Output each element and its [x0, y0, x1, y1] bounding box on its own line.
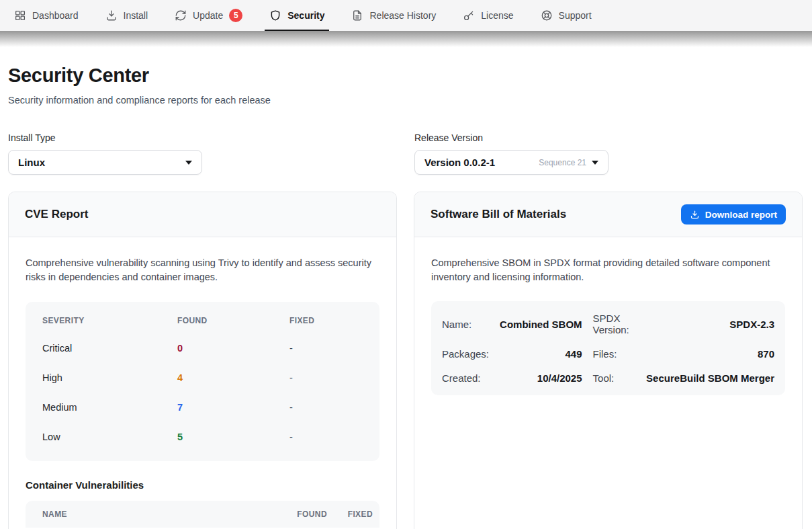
page-subtitle: Security information and compliance repo…: [8, 95, 803, 106]
tab-license[interactable]: License: [457, 0, 519, 31]
fixed-column-header: FIXED: [289, 316, 363, 325]
header-shadow: [0, 31, 812, 47]
tab-label: Support: [559, 10, 592, 21]
found-count: 7: [177, 402, 289, 413]
sbom-description: Comprehensive SBOM in SPDX format provid…: [431, 256, 785, 284]
sbom-detail-label: Files:: [593, 348, 636, 360]
install-type-label: Install Type: [8, 132, 202, 143]
fixed-count: -: [289, 432, 363, 442]
found-column-header: FOUND: [273, 510, 327, 519]
sbom-detail-label: Packages:: [442, 348, 489, 360]
tab-security[interactable]: Security: [263, 0, 330, 31]
sbom-detail-value: SPDX-2.3: [646, 319, 774, 330]
sbom-card-title: Software Bill of Materials: [431, 208, 566, 221]
sbom-detail-value: 870: [646, 348, 774, 360]
tab-update[interactable]: Update 5: [169, 0, 249, 31]
sbom-detail-label: Name:: [442, 319, 489, 330]
tab-label: Dashboard: [32, 10, 79, 21]
release-version-label: Release Version: [414, 132, 608, 143]
sbom-detail-label: Created:: [442, 372, 489, 384]
severity-row-medium: Medium 7 -: [26, 393, 379, 422]
shield-icon: [269, 9, 281, 22]
tab-label: License: [481, 10, 513, 21]
download-report-button[interactable]: Download report: [681, 204, 786, 225]
tab-dashboard[interactable]: Dashboard: [8, 0, 85, 31]
download-icon: [105, 9, 118, 22]
dashboard-grid-icon: [14, 9, 26, 22]
chevron-down-icon: [592, 161, 598, 165]
fixed-count: -: [289, 402, 363, 413]
life-buoy-icon: [541, 9, 553, 22]
severity-label: Medium: [42, 402, 177, 413]
sequence-badge: Sequence 21: [539, 158, 586, 167]
found-column-header: FOUND: [177, 316, 289, 325]
fixed-count: -: [289, 372, 363, 383]
sbom-detail-value: Combined SBOM: [500, 319, 582, 330]
severity-label: Critical: [42, 343, 177, 354]
tab-release-history[interactable]: Release History: [345, 0, 442, 31]
download-icon: [690, 210, 700, 220]
filters-row: Install Type Linux Release Version Versi…: [8, 132, 803, 175]
tab-label: Install: [124, 10, 148, 21]
release-version-select[interactable]: Version 0.0.2-1 Sequence 21: [414, 150, 608, 175]
install-type-select[interactable]: Linux: [8, 150, 202, 175]
sbom-detail-label: Tool:: [593, 372, 636, 384]
install-type-value: Linux: [18, 157, 185, 168]
sbom-details: Name: Combined SBOM SPDX Version: SPDX-2…: [431, 301, 785, 395]
download-report-label: Download report: [705, 210, 777, 220]
document-icon: [351, 9, 363, 22]
chevron-down-icon: [185, 161, 192, 165]
severity-label: High: [42, 372, 177, 383]
page-title: Security Center: [8, 65, 803, 87]
severity-table: SEVERITY FOUND FIXED Critical 0 - High 4…: [26, 302, 379, 461]
container-table-header: NAME FOUND FIXED: [26, 501, 379, 528]
severity-row-critical: Critical 0 -: [26, 333, 379, 363]
sbom-card-body: Comprehensive SBOM in SPDX format provid…: [414, 237, 802, 414]
severity-row-high: High 4 -: [26, 363, 379, 393]
found-count: 0: [177, 343, 289, 354]
cve-card-header: CVE Report: [9, 192, 396, 237]
security-center-page: Security Center Security information and…: [0, 47, 812, 529]
name-column-header: NAME: [42, 510, 273, 519]
sbom-detail-label: SPDX Version:: [593, 313, 636, 335]
tab-support[interactable]: Support: [535, 0, 598, 31]
sbom-card: Software Bill of Materials Download repo…: [414, 192, 803, 529]
tab-label: Update: [193, 10, 223, 21]
sbom-card-header: Software Bill of Materials Download repo…: [414, 192, 802, 237]
fixed-column-header: FIXED: [327, 510, 373, 519]
install-type-filter: Install Type Linux: [8, 132, 202, 175]
report-cards: CVE Report Comprehensive vulnerability s…: [8, 192, 803, 529]
found-count: 5: [177, 432, 289, 442]
update-count-badge: 5: [229, 9, 242, 22]
cve-description: Comprehensive vulnerability scanning usi…: [26, 256, 379, 284]
key-icon: [463, 9, 475, 22]
container-vulnerabilities-title: Container Vulnerabilities: [26, 479, 379, 491]
sbom-detail-value: 10/4/2025: [500, 372, 582, 384]
severity-column-header: SEVERITY: [42, 316, 177, 325]
sbom-detail-value: 449: [500, 348, 582, 360]
tab-install[interactable]: Install: [99, 0, 154, 31]
tab-label: Release History: [369, 10, 436, 21]
found-count: 4: [177, 372, 289, 383]
sbom-detail-value: SecureBuild SBOM Merger: [646, 372, 774, 384]
severity-row-low: Low 5 -: [26, 422, 379, 452]
cve-card-title: CVE Report: [25, 208, 88, 221]
release-version-filter: Release Version Version 0.0.2-1 Sequence…: [414, 132, 608, 175]
cve-card-body: Comprehensive vulnerability scanning usi…: [9, 237, 396, 529]
fixed-count: -: [289, 343, 363, 354]
release-version-value: Version 0.0.2-1: [424, 157, 539, 168]
severity-label: Low: [42, 432, 177, 442]
top-navigation: Dashboard Install Update 5 Security Rele…: [0, 0, 812, 31]
cve-report-card: CVE Report Comprehensive vulnerability s…: [8, 192, 397, 529]
severity-table-header: SEVERITY FOUND FIXED: [26, 308, 379, 333]
tab-label: Security: [287, 10, 324, 21]
refresh-icon: [175, 9, 187, 22]
